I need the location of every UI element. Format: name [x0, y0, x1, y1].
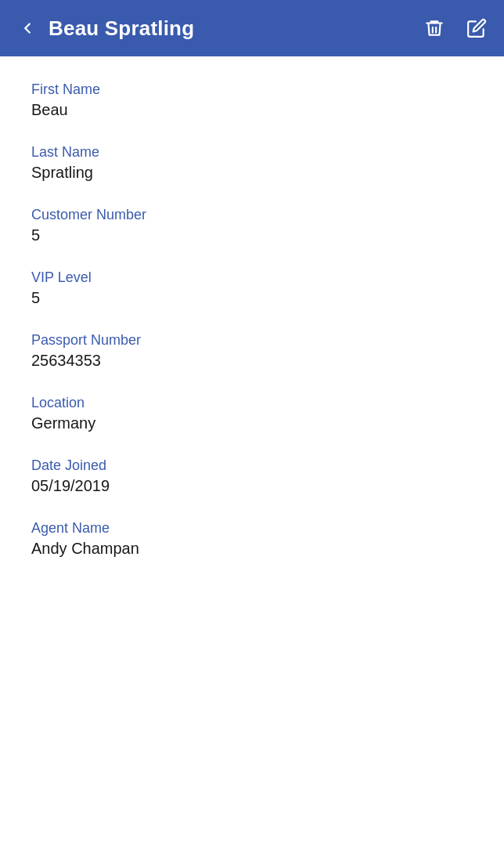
label-date-joined: Date Joined	[31, 457, 473, 474]
field-group-vip-level: VIP Level5	[31, 257, 473, 320]
field-group-location: LocationGermany	[31, 382, 473, 445]
label-passport-number: Passport Number	[31, 332, 473, 349]
field-group-customer-number: Customer Number5	[31, 194, 473, 257]
value-location: Germany	[31, 414, 473, 432]
value-vip-level: 5	[31, 289, 473, 307]
content: First NameBeauLast NameSpratlingCustomer…	[0, 56, 504, 583]
label-last-name: Last Name	[31, 144, 473, 161]
value-agent-name: Andy Champan	[31, 540, 473, 558]
delete-button[interactable]	[419, 13, 449, 43]
field-group-first-name: First NameBeau	[31, 69, 473, 132]
value-date-joined: 05/19/2019	[31, 477, 473, 495]
value-first-name: Beau	[31, 101, 473, 119]
label-vip-level: VIP Level	[31, 269, 473, 286]
field-group-date-joined: Date Joined05/19/2019	[31, 445, 473, 508]
header: Beau Spratling	[0, 0, 504, 56]
back-button[interactable]	[13, 13, 42, 43]
label-customer-number: Customer Number	[31, 207, 473, 223]
header-title: Beau Spratling	[49, 16, 419, 41]
label-location: Location	[31, 395, 473, 411]
value-last-name: Spratling	[31, 164, 473, 182]
label-first-name: First Name	[31, 81, 473, 98]
field-group-passport-number: Passport Number25634353	[31, 320, 473, 382]
field-group-agent-name: Agent NameAndy Champan	[31, 508, 473, 570]
field-group-last-name: Last NameSpratling	[31, 132, 473, 194]
value-customer-number: 5	[31, 226, 473, 244]
edit-button[interactable]	[462, 13, 491, 43]
label-agent-name: Agent Name	[31, 520, 473, 537]
value-passport-number: 25634353	[31, 352, 473, 370]
